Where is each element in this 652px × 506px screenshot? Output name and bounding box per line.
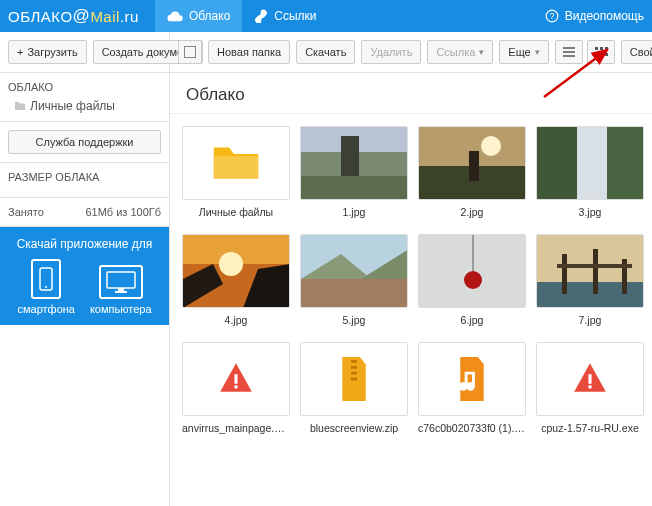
upload-button-label: Загрузить <box>27 46 77 58</box>
help-icon: ? <box>545 9 559 23</box>
svg-rect-4 <box>107 272 135 288</box>
list-view-icon <box>562 46 576 58</box>
svg-rect-25 <box>607 126 643 200</box>
photo-thumbnail <box>537 234 643 308</box>
tile-label: 6.jpg <box>418 314 526 326</box>
svg-text:?: ? <box>549 12 554 21</box>
tile-file-mp3[interactable]: c76c0b020733f0 (1).mp3 <box>418 342 526 434</box>
photo-thumbnail <box>537 126 643 200</box>
folder-icon <box>208 143 264 183</box>
warning-icon <box>570 360 610 398</box>
tile-label: c76c0b020733f0 (1).mp3 <box>418 422 526 434</box>
new-folder-button[interactable]: Новая папка <box>208 40 290 64</box>
tile-label: 1.jpg <box>300 206 408 218</box>
zip-file-icon <box>336 357 372 401</box>
main-content: Новая папка Скачать Удалить Ссылка Еще С… <box>170 32 652 506</box>
svg-rect-5 <box>118 288 124 291</box>
folder-icon <box>14 101 26 111</box>
video-help-button[interactable]: ? Видеопомощь <box>545 9 644 23</box>
sidebar-section-cloud: ОБЛАКО <box>8 81 161 93</box>
svg-rect-17 <box>301 176 407 200</box>
tile-label: 4.jpg <box>182 314 290 326</box>
tile-image-3[interactable]: 3.jpg <box>536 126 644 218</box>
sidebar-personal-files-label: Личные файлы <box>30 99 115 113</box>
tile-folder-personal[interactable]: Личные файлы <box>182 126 290 218</box>
tile-image-1[interactable]: 1.jpg <box>300 126 408 218</box>
tile-image-5[interactable]: 5.jpg <box>300 234 408 326</box>
plus-icon: + <box>17 46 23 58</box>
more-label: Еще <box>508 46 530 58</box>
tile-file-zip[interactable]: bluescreenview.zip <box>300 342 408 434</box>
tab-cloud[interactable]: Облако <box>155 0 242 32</box>
svg-rect-44 <box>351 372 357 375</box>
tile-label: Личные файлы <box>182 206 290 218</box>
tile-image-6[interactable]: 6.jpg <box>418 234 526 326</box>
promo-phone-label: смартфона <box>17 303 74 315</box>
link-button[interactable]: Ссылка <box>427 40 493 64</box>
video-help-label: Видеопомощь <box>565 9 644 23</box>
tile-image-2[interactable]: 2.jpg <box>418 126 526 218</box>
properties-label: Свойства <box>630 46 652 58</box>
logo-mail-text: Mail <box>90 8 120 25</box>
support-button[interactable]: Служба поддержки <box>8 130 161 154</box>
photo-thumbnail <box>419 234 525 308</box>
view-grid-button[interactable] <box>587 40 615 64</box>
svg-rect-43 <box>351 366 357 369</box>
svg-rect-12 <box>600 53 603 56</box>
promo-comp-label: компьютера <box>90 303 152 315</box>
warning-icon <box>216 360 256 398</box>
svg-rect-45 <box>351 378 357 381</box>
photo-thumbnail <box>301 234 407 308</box>
sidebar-item-personal-files[interactable]: Личные файлы <box>8 99 161 113</box>
logo-cloud-text: ОБЛАКО <box>8 8 73 25</box>
audio-file-icon <box>454 357 490 401</box>
link-label: Ссылка <box>436 46 475 58</box>
svg-rect-23 <box>577 126 607 200</box>
svg-point-3 <box>45 286 47 288</box>
more-button[interactable]: Еще <box>499 40 548 64</box>
tile-label: bluescreenview.zip <box>300 422 408 434</box>
promo-computer[interactable]: компьютера <box>90 265 152 315</box>
promo-title: Скачай приложение для <box>10 237 159 251</box>
new-folder-label: Новая папка <box>217 46 281 58</box>
file-grid: Личные файлы 1.jpg 2.jpg 3.jpg 4.jpg 5 <box>170 114 652 446</box>
svg-rect-39 <box>557 264 632 268</box>
promo-block: Скачай приложение для смартфона компьюте… <box>0 227 169 325</box>
view-list-button[interactable] <box>555 40 583 64</box>
svg-rect-34 <box>537 234 643 282</box>
promo-smartphone[interactable]: смартфона <box>17 259 74 315</box>
grid-view-icon <box>594 46 608 58</box>
tile-label: anvirrus_mainpage.exe <box>182 422 290 434</box>
svg-rect-11 <box>595 53 598 56</box>
svg-rect-24 <box>537 126 577 200</box>
svg-rect-46 <box>588 374 591 384</box>
tile-image-4[interactable]: 4.jpg <box>182 234 290 326</box>
tab-links-label: Ссылки <box>274 9 316 23</box>
delete-label: Удалить <box>370 46 412 58</box>
svg-rect-6 <box>115 291 127 293</box>
properties-button[interactable]: Свойства <box>621 40 652 64</box>
delete-button[interactable]: Удалить <box>361 40 421 64</box>
tile-file-exe2[interactable]: cpuz-1.57-ru-RU.exe <box>536 342 644 434</box>
svg-rect-42 <box>351 360 357 363</box>
tile-file-exe1[interactable]: anvirrus_mainpage.exe <box>182 342 290 434</box>
svg-rect-31 <box>419 234 525 308</box>
svg-rect-9 <box>600 47 603 50</box>
photo-thumbnail <box>183 234 289 308</box>
monitor-icon <box>99 265 143 299</box>
svg-rect-35 <box>537 282 643 308</box>
svg-rect-37 <box>593 249 598 294</box>
used-label: Занято <box>8 206 44 218</box>
tab-links[interactable]: Ссылки <box>242 0 328 32</box>
tile-label: cpuz-1.57-ru-RU.exe <box>536 422 644 434</box>
upload-button[interactable]: + Загрузить <box>8 40 87 64</box>
select-all-checkbox[interactable] <box>178 40 202 64</box>
logo-ru-text: .ru <box>120 8 139 25</box>
smartphone-icon <box>31 259 61 299</box>
link-icon <box>254 9 268 23</box>
tile-image-7[interactable]: 7.jpg <box>536 234 644 326</box>
logo-at: @ <box>73 6 91 26</box>
logo: ОБЛАКО@Mail.ru <box>8 6 139 26</box>
download-button[interactable]: Скачать <box>296 40 355 64</box>
svg-rect-41 <box>234 385 237 388</box>
